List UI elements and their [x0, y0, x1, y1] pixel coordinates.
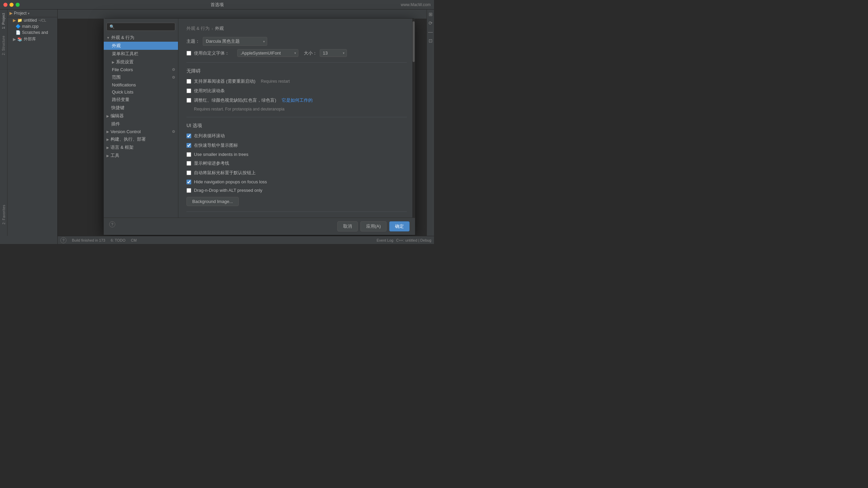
toolbar-icon-3[interactable]: — [428, 28, 434, 35]
hide-nav-popups-checkbox[interactable] [186, 180, 191, 184]
screen-reader-checkbox[interactable] [186, 79, 191, 84]
dnd-alt-checkbox[interactable] [186, 188, 191, 193]
dialog-footer: ? 取消 应用(A) 确定 [104, 218, 415, 235]
project-label: Project [14, 11, 26, 16]
help-status-icon[interactable]: ? [60, 237, 66, 243]
section-arrow-appearance: ▼ [106, 36, 110, 40]
nav-item-pathvars[interactable]: 路径变量 [104, 96, 178, 104]
nav-section-editor[interactable]: ▶ 编辑器 [104, 112, 178, 120]
ui-checkbox-2: Use smaller indents in trees [186, 152, 407, 157]
nav-section-plugins[interactable]: ▼ 插件 [104, 120, 178, 128]
list-scroll-checkbox[interactable] [186, 134, 191, 138]
window-title: 首选项 [211, 2, 224, 8]
accessibility-title: 无障碍 [186, 68, 407, 74]
nav-section-tools[interactable]: ▶ 工具 [104, 151, 178, 160]
font-dropdown-arrow: ▾ [294, 51, 296, 55]
section-label-vcs: Version Control [111, 129, 141, 134]
theme-select[interactable]: Darcula 黑色主题 ▾ [203, 37, 267, 46]
color-blind-checkbox[interactable] [186, 98, 191, 103]
color-blind-link[interactable]: 它是如何工作的 [282, 97, 313, 103]
dialog-content: 外观 & 行为 › 外观 主题： Darcula 黑色主题 ▾ [178, 19, 415, 218]
background-image-button[interactable]: Background Image... [186, 197, 239, 206]
cm-label[interactable]: CM [131, 238, 137, 242]
ok-button[interactable]: 确定 [389, 221, 410, 231]
toolbar-icon-2[interactable]: ⟳ [428, 20, 433, 26]
section-arrow-build: ▶ [106, 138, 109, 141]
size-select[interactable]: 13 ▾ [320, 49, 347, 57]
font-label: 使用自定义字体： [194, 50, 235, 56]
favorites-tab[interactable]: 2: Favorites [2, 201, 6, 228]
external-lib-item[interactable]: ▶ 📚 外部库 [7, 36, 57, 43]
nav-item-appearance[interactable]: 外观 [104, 42, 178, 50]
section-label-plugins: 插件 [111, 121, 120, 127]
project-panel: ▶ Project ▾ ▶ 📁 untitled ~/CL 🔷 main.cpp… [7, 9, 57, 244]
title-bar: 首选项 www.MacW.com [0, 0, 434, 9]
nav-item-quicklists[interactable]: Quick Lists [104, 88, 178, 96]
nav-item-menus[interactable]: 菜单和工具栏 [104, 50, 178, 58]
ui-checkbox-0: 在列表循环滚动 [186, 133, 407, 139]
section-label-tools: 工具 [111, 152, 119, 159]
right-toolbar: ⊞ ⟳ — ⊡ [427, 9, 434, 236]
nav-item-scope[interactable]: 范围 ⚙ [104, 73, 178, 81]
nav-section-build[interactable]: ▶ 构建、执行、部署 [104, 135, 178, 143]
font-select[interactable]: .AppleSystemUIFont ▾ [237, 49, 298, 57]
breadcrumb-current: 外观 [215, 25, 224, 32]
smaller-indents-checkbox[interactable] [186, 152, 191, 157]
theme-label: 主题： [186, 38, 200, 44]
nav-item-system[interactable]: ▶ 系统设置 [104, 58, 178, 66]
cancel-button[interactable]: 取消 [337, 221, 358, 231]
minimize-button[interactable] [9, 3, 14, 7]
project-tab[interactable]: 1: Project [2, 9, 5, 32]
dnd-alt-label: Drag-n-Drop with ALT pressed only [194, 188, 262, 193]
search-box[interactable]: 🔍 [106, 23, 175, 31]
ui-options-title: UI 选项 [186, 123, 407, 129]
nav-item-notifications[interactable]: Notifications [104, 81, 178, 88]
root-folder-item[interactable]: ▶ 📁 untitled ~/CL [7, 17, 57, 23]
contrast-scroll-label: 使用对比滚动条 [194, 88, 225, 94]
show-icons-checkbox[interactable] [186, 143, 191, 148]
apply-button[interactable]: 应用(A) [360, 221, 387, 231]
nav-item-file-colors[interactable]: File Colors ⚙ [104, 66, 178, 73]
nav-section-lang[interactable]: ▶ 语言 & 框架 [104, 143, 178, 151]
close-button[interactable] [3, 3, 7, 7]
tree-guides-checkbox[interactable] [186, 161, 191, 166]
debug-info: C++: untitled | Debug [396, 238, 431, 242]
anti-aliasing-title: 抗锯齿 [186, 217, 407, 218]
dialog-nav: 🔍 ▼ 外观 & 行为 外观 菜单和工具栏 ▶ 系统设置 [104, 19, 178, 218]
section-arrow-system: ▶ [112, 60, 115, 64]
show-icons-label: 在快速导航中显示图标 [194, 142, 238, 148]
custom-font-checkbox[interactable] [186, 51, 191, 56]
smaller-indents-label: Use smaller indents in trees [194, 152, 248, 157]
nav-section-appearance[interactable]: ▼ 外观 & 行为 [104, 34, 178, 42]
event-log-label[interactable]: Event Log [377, 238, 394, 242]
main-file-item[interactable]: 🔷 main.cpp [7, 23, 57, 29]
breadcrumb: 外观 & 行为 › 外观 [186, 25, 407, 32]
section-arrow-lang: ▶ [106, 146, 109, 149]
section-arrow-editor: ▶ [106, 114, 109, 118]
search-input[interactable] [116, 24, 172, 29]
app-container: 1: Project 2: Structure ▶ Project ▾ ▶ 📁 … [0, 9, 434, 244]
structure-tab[interactable]: 2: Structure [2, 32, 5, 59]
contrast-scroll-checkbox[interactable] [186, 88, 191, 93]
folder-expand-icon: ▶ [13, 18, 16, 23]
root-folder-label: untitled [24, 18, 37, 23]
project-dropdown-icon[interactable]: ▾ [28, 12, 29, 15]
scope-icon: ⚙ [172, 75, 175, 80]
scratches-item[interactable]: 📄 Scratches and [7, 29, 57, 36]
content-scrollbar[interactable] [412, 19, 415, 218]
search-icon: 🔍 [110, 24, 115, 29]
size-label: 大小： [304, 50, 317, 56]
default-btn-checkbox[interactable] [186, 170, 191, 175]
screen-reader-label: 支持屏幕阅读器 (需要重新启动) [194, 78, 255, 84]
toolbar-icon-4[interactable]: ⊡ [428, 37, 433, 44]
help-button[interactable]: ? [109, 221, 115, 227]
toolbar-icon-1[interactable]: ⊞ [428, 11, 433, 18]
nav-section-vcs[interactable]: ▶ Version Control ⚙ [104, 128, 178, 135]
screen-reader-note-inline: Requires restart [261, 79, 290, 84]
nav-section-shortcuts[interactable]: ▼ 快捷键 [104, 104, 178, 112]
todo-label[interactable]: 6: TODO [111, 238, 125, 242]
background-image-row: Background Image... [186, 197, 407, 206]
section-arrow-vcs: ▶ [106, 130, 109, 134]
preferences-dialog[interactable]: 🔍 ▼ 外观 & 行为 外观 菜单和工具栏 ▶ 系统设置 [103, 18, 415, 235]
maximize-button[interactable] [16, 3, 20, 7]
